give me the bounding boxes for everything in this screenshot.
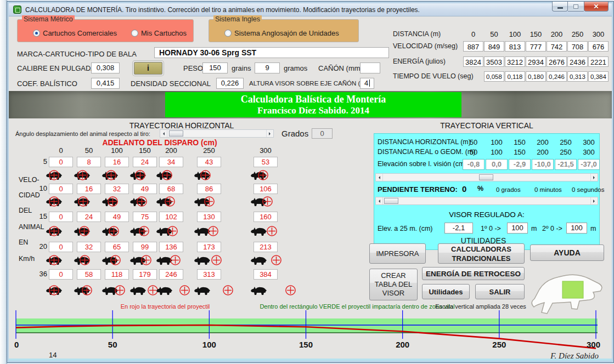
adelanto-value: 24 — [133, 157, 157, 167]
adelanto-column-header: 100 — [105, 146, 129, 155]
energy-value: 3824 — [463, 56, 483, 67]
weight-grains-input[interactable]: 150 — [202, 62, 228, 73]
impresora-button[interactable]: IMPRESORA — [369, 243, 426, 264]
crosshair-icon — [211, 254, 222, 266]
zero1-unit: m — [531, 225, 537, 232]
elevation-scrollbar[interactable] — [375, 173, 598, 181]
boar-silhouette — [251, 228, 267, 236]
maximize-button[interactable] — [568, 2, 584, 12]
animal-speed-side-label: EN — [19, 238, 28, 246]
chart-x-tick-label: 50 — [108, 340, 117, 349]
velocity-row-label: VELOCIDAD (m/seg) — [393, 42, 458, 50]
energia-retroceso-button[interactable]: ENERGÍA DE RETROCESO — [422, 267, 525, 280]
ballistics-table: DISTANCIA (m) 050100150200250300 VELOCID… — [393, 29, 610, 89]
radio-sistema-anglosajon[interactable]: Sistema Anglosajón de Unidades — [224, 29, 339, 37]
radio-selected-icon[interactable] — [33, 30, 40, 37]
animal-lead-icon — [194, 225, 244, 239]
adelanto-column-header: 0 — [49, 146, 73, 155]
weight-grams-input[interactable]: 9 — [255, 62, 280, 73]
radio-unselected-icon[interactable] — [224, 30, 232, 37]
coef-input[interactable]: 0,415 — [91, 78, 120, 89]
title-bar[interactable]: CALCULADORA DE MONTERÍA. Tiro instintivo… — [9, 3, 612, 16]
close-button[interactable]: ✕ — [584, 2, 609, 12]
scroll-left-icon[interactable] — [376, 197, 383, 204]
boar-silhouette — [251, 257, 267, 265]
crosshair-icon — [179, 285, 190, 296]
animal-speed-label: 36 — [31, 270, 47, 278]
sight-height-input[interactable]: 4 — [360, 78, 374, 89]
vertical-elevation-value: -37,0 — [578, 159, 600, 170]
vertical-distance-real: 150 — [508, 148, 531, 156]
scroll-left-icon[interactable] — [160, 130, 167, 137]
velocity-value: 676 — [588, 41, 609, 52]
crosshair-icon — [138, 225, 150, 237]
info-button[interactable]: i — [134, 62, 162, 75]
crosshair-icon — [81, 285, 93, 296]
adelanto-value: 0 — [49, 212, 73, 222]
crosshair-icon — [161, 169, 173, 181]
text-caret — [369, 79, 370, 87]
velocity-value: 777 — [526, 41, 546, 52]
zero2-input[interactable]: 100 — [566, 223, 587, 234]
trajectory-chart: 05010015020025030014F. Díez Sabido — [14, 310, 601, 361]
radio-cartuchos-comerciales[interactable]: Cartuchos Comerciales — [33, 29, 117, 37]
brand-input[interactable]: HORNADY 30-06 Sprg SST — [154, 47, 389, 58]
calculadoras-button[interactable]: CALCULADORAS TRADICIONALES — [438, 243, 525, 264]
caliber-input[interactable]: 0,308 — [91, 62, 120, 73]
scroll-left-icon[interactable] — [376, 174, 383, 181]
main-form: Sistema Métrico Cartuchos Comerciales Mi… — [9, 17, 612, 358]
animal-lead-icon — [194, 195, 244, 209]
crosshair-icon — [77, 196, 89, 207]
minimize-button[interactable] — [552, 2, 568, 12]
zero1-input[interactable]: 100 — [507, 223, 528, 234]
radio-mis-cartuchos[interactable]: Mis Cartuchos — [131, 29, 187, 37]
vertical-distance-h: 100 — [485, 138, 508, 146]
vertical-distance-real: 200 — [531, 148, 554, 156]
velocity-value: 742 — [547, 41, 567, 52]
crosshair-icon — [134, 169, 146, 181]
crosshair-icon — [257, 169, 269, 181]
app-window: CALCULADORA DE MONTERÍA. Tiro instintivo… — [7, 1, 614, 363]
visor-title: VISOR REGULADO A: — [374, 211, 599, 219]
elevation-label: Elevación sobre l. visión (cm) — [378, 160, 467, 168]
animal-speed-side-label: Km/h — [19, 255, 35, 263]
scroll-right-icon[interactable] — [590, 174, 598, 181]
vertical-distance-h: 50 — [462, 138, 485, 146]
adelanto-value: 160 — [254, 212, 278, 222]
slope-scrollbar-thumb[interactable] — [384, 198, 398, 204]
lead-header: ADELANTO DEL DISPARO (cm) — [42, 138, 278, 147]
adelanto-column-header: 300 — [254, 146, 278, 155]
utilidades-button[interactable]: Utilidades — [422, 284, 470, 299]
ayuda-button[interactable]: AYUDA — [530, 244, 604, 261]
angle-scrollbar[interactable] — [160, 129, 274, 138]
velocity-value: 849 — [484, 41, 504, 52]
scroll-right-icon[interactable] — [266, 130, 273, 137]
crosshair-icon — [140, 254, 152, 266]
slope-scrollbar[interactable] — [375, 197, 598, 205]
scroll-right-icon[interactable] — [590, 197, 598, 204]
crear-tabla-button[interactable]: CREAR TABLA DEL VISOR — [369, 269, 418, 300]
radio-unselected-icon[interactable] — [131, 30, 138, 37]
adelanto-value: 118 — [105, 269, 129, 280]
sight-height-value: 4 — [364, 79, 368, 87]
elevation-scrollbar-thumb[interactable] — [479, 174, 493, 180]
crosshair-icon — [79, 254, 91, 266]
density-input[interactable]: 0,226 — [216, 78, 244, 89]
adelanto-value: 106 — [254, 184, 278, 194]
flight-time-value: 0,058 — [484, 71, 504, 82]
english-system-group: Sistema Ingles Sistema Anglosajón de Uni… — [209, 19, 359, 42]
adelanto-column-header: 250 — [197, 146, 221, 155]
vertical-distance-real: 100 — [485, 148, 508, 156]
adelanto-value: 24 — [77, 212, 101, 222]
boar-icon — [194, 286, 211, 296]
velocity-value: 887 — [463, 41, 483, 52]
degrees-value-box[interactable]: 0 — [312, 128, 333, 139]
barrel-input[interactable] — [360, 62, 380, 73]
animal-lead-icon — [194, 169, 244, 183]
angle-scrollbar-thumb[interactable] — [169, 130, 183, 136]
animal-lead-icon — [250, 254, 301, 268]
flight-time-value: 0,313 — [567, 71, 588, 82]
boar-silhouette — [130, 287, 146, 295]
grains-label: grains — [232, 64, 251, 72]
salir-button[interactable]: SALIR — [475, 284, 525, 299]
